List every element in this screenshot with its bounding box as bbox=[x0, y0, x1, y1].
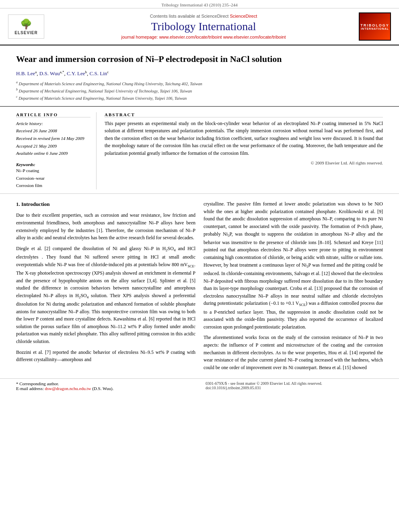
badge-title-text: TRIBOLOGY bbox=[360, 23, 389, 27]
email-address[interactable]: dsw@dragon.nchu.edu.tw bbox=[45, 386, 91, 391]
right-para1: crystalline. The passive film formed at … bbox=[204, 200, 383, 331]
email-label: E-mail address: bbox=[16, 386, 44, 391]
footnote-area: * Corresponding author. E-mail address: … bbox=[0, 378, 399, 392]
affiliation-c: c Department of Materials Science and En… bbox=[16, 94, 383, 101]
author-ds-wuu: D.S. Wuu bbox=[39, 70, 60, 76]
logo-box: 🌳 ELSEVIER bbox=[8, 14, 44, 39]
issn-line: 0301-679X/$ - see front matter © 2009 El… bbox=[206, 381, 383, 386]
footnote-right: 0301-679X/$ - see front matter © 2009 El… bbox=[206, 381, 383, 391]
available-date: Available online 6 June 2009 bbox=[16, 150, 90, 157]
revised-date: Received in revised form 14 May 2009 bbox=[16, 135, 90, 142]
intro-para3: Bozzini et al. [7] reported the anodic b… bbox=[16, 349, 195, 364]
tribology-badge-area: TRIBOLOGY INTERNATIONAL bbox=[351, 12, 391, 41]
right-para2: The aforementioned works focus on the st… bbox=[204, 334, 383, 371]
elsevier-name: ELSEVIER bbox=[14, 31, 37, 35]
sciencedirect-link[interactable]: ScienceDirect bbox=[230, 14, 257, 18]
author-cs-lin: C.S. Lin bbox=[90, 70, 107, 76]
article-info-heading: ARTICLE INFO bbox=[16, 112, 90, 117]
abstract-column: ABSTRACT This paper presents an experime… bbox=[105, 112, 383, 190]
article-history: Article history: Received 26 June 2008 R… bbox=[16, 120, 90, 157]
keyword-nip-coating: Ni–P coating bbox=[16, 167, 90, 175]
abstract-text: This paper presents an experimental stud… bbox=[105, 120, 383, 157]
keyword-corrosion-film: Corrosion film bbox=[16, 182, 90, 189]
affiliation-b: b Department of Mechanical Engineering, … bbox=[16, 87, 383, 94]
copyright-line: © 2009 Elsevier Ltd. All rights reserved… bbox=[105, 160, 383, 165]
journal-title: Tribology International bbox=[56, 20, 351, 33]
homepage-label: journal homepage: bbox=[121, 35, 158, 39]
intro-section-title: 1. Introduction bbox=[16, 200, 195, 208]
keyword-corrosion-wear: Corrosion–wear bbox=[16, 175, 90, 182]
journal-bar: Tribology International 43 (2010) 235–24… bbox=[0, 0, 399, 8]
author-cy-lee: C.Y. Lee bbox=[67, 70, 85, 76]
tribology-badge: TRIBOLOGY INTERNATIONAL bbox=[359, 12, 391, 41]
email-person: (D.S. Wuu). bbox=[92, 386, 113, 391]
article-authors: H.B. Leea, D.S. Wuua,*, C.Y. Leeb, C.S. … bbox=[16, 70, 383, 77]
journal-homepage-line: journal homepage: www.elsevier.com/locat… bbox=[56, 35, 351, 39]
keywords-section: Keywords: Ni–P coating Corrosion–wear Co… bbox=[16, 162, 90, 189]
keywords-label: Keywords: bbox=[16, 162, 90, 167]
article-info-abstract: ARTICLE INFO Article history: Received 2… bbox=[0, 107, 399, 194]
body-left-column: 1. Introduction Due to their excellent p… bbox=[16, 200, 195, 374]
author-hb-lee: H.B. Lee bbox=[16, 70, 35, 76]
homepage-url-text: www.elsevier.com/locate/triboint bbox=[223, 35, 286, 39]
affiliations: a Department of Materials Science and En… bbox=[16, 80, 383, 102]
footnote-left: * Corresponding author. E-mail address: … bbox=[16, 381, 193, 391]
article-info-column: ARTICLE INFO Article history: Received 2… bbox=[16, 112, 97, 190]
accepted-date: Accepted 21 May 2009 bbox=[16, 142, 90, 150]
journal-citation: Tribology International 43 (2010) 235–24… bbox=[161, 2, 238, 7]
homepage-url[interactable]: www.elsevier.com/locate/triboint bbox=[159, 35, 222, 39]
abstract-heading: ABSTRACT bbox=[105, 112, 383, 117]
received-date: Received 26 June 2008 bbox=[16, 127, 90, 135]
elsevier-logo-area: 🌳 ELSEVIER bbox=[8, 14, 56, 39]
intro-para1: Due to their excellent properties, such … bbox=[16, 212, 195, 241]
history-label: Article history: bbox=[16, 120, 90, 127]
email-line: E-mail address: dsw@dragon.nchu.edu.tw (… bbox=[16, 386, 193, 391]
intro-para2: Diegle et al. [2] compared the dissoluti… bbox=[16, 245, 195, 345]
main-body: 1. Introduction Due to their excellent p… bbox=[0, 194, 399, 378]
badge-sub-text: INTERNATIONAL bbox=[361, 27, 389, 30]
elsevier-logo: 🌳 ELSEVIER bbox=[8, 14, 44, 39]
corresponding-label: * Corresponding author. bbox=[16, 381, 59, 386]
journal-title-area: Contents lists available at ScienceDirec… bbox=[56, 14, 351, 39]
contents-available-line: Contents lists available at ScienceDirec… bbox=[56, 14, 351, 18]
article-header: Wear and immersion corrosion of Ni–P ele… bbox=[0, 45, 399, 107]
article-title: Wear and immersion corrosion of Ni–P ele… bbox=[16, 53, 383, 65]
affiliation-a: a Department of Materials Science and En… bbox=[16, 80, 383, 87]
contents-text: Contents lists available at ScienceDirec… bbox=[150, 14, 229, 18]
body-right-column: crystalline. The passive film formed at … bbox=[204, 200, 383, 374]
doi-line: doi:10.1016/j.triboint.2009.05.031 bbox=[206, 386, 383, 390]
corresponding-author-note: * Corresponding author. bbox=[16, 381, 193, 386]
tree-icon: 🌳 bbox=[20, 18, 32, 30]
page-header: 🌳 ELSEVIER Contents lists available at S… bbox=[0, 8, 399, 45]
